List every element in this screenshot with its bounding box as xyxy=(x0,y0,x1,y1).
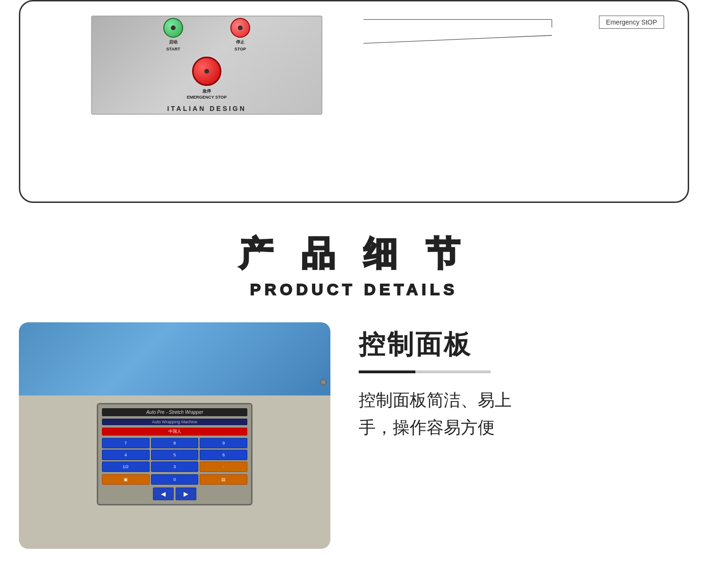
left-arrow-key[interactable]: ◀ xyxy=(153,487,174,500)
button-dot xyxy=(238,25,243,30)
key-extra-3[interactable]: ▤ xyxy=(200,474,247,485)
key-3[interactable]: 3 xyxy=(151,462,199,472)
keypad-grid-2: ▣ 0 ▤ xyxy=(102,474,247,485)
right-text-area: 控制面板 控制面板简洁、易上 手，操作容易方便 xyxy=(359,322,689,441)
annotation-box-emergency: Emergency StOP xyxy=(599,16,664,29)
product-details-section: 产 品 细 节 PRODUCT DETAILS Auto Pre - Stret… xyxy=(0,203,708,568)
key-1-2[interactable]: 1/2 xyxy=(102,462,150,472)
key-9[interactable]: 9 xyxy=(200,438,247,448)
keypad-grid: 7 8 9 4 5 6 1/2 3 · xyxy=(102,438,247,472)
key-8[interactable]: 8 xyxy=(151,438,199,448)
machine-image: Auto Pre - Stretch Wrapper Auto Wrapping… xyxy=(19,322,330,549)
key-extra-2[interactable]: 0 xyxy=(151,474,199,485)
control-panel-image: 启动 START 停止 STOP xyxy=(91,16,322,115)
key-extra-1[interactable]: ▣ xyxy=(102,474,150,485)
annotation-lines-svg xyxy=(322,16,678,115)
chinese-title: 产 品 细 节 xyxy=(19,231,689,277)
bottom-content-row: Auto Pre - Stretch Wrapper Auto Wrapping… xyxy=(19,322,689,549)
section-heading: 产 品 细 节 PRODUCT DETAILS xyxy=(19,231,689,299)
bottom-row-keys: ◀ ▶ xyxy=(102,487,247,500)
divider-light xyxy=(415,370,491,373)
right-arrow-key[interactable]: ▶ xyxy=(176,487,196,500)
control-box: Auto Pre - Stretch Wrapper Auto Wrapping… xyxy=(97,403,253,505)
machine-top-blue xyxy=(19,322,330,395)
emergency-stop-group: 急停 EMERGENCY STOP xyxy=(187,57,227,100)
emergency-stop-button[interactable] xyxy=(192,57,221,86)
title-divider-container xyxy=(359,370,689,373)
stop-en-label: STOP xyxy=(235,47,246,52)
button-dot xyxy=(204,69,209,74)
start-en-label: START xyxy=(166,47,180,52)
svg-line-2 xyxy=(363,35,552,43)
annotations-area: Emergency StOP xyxy=(322,16,678,115)
rounded-box: 启动 START 停止 STOP xyxy=(19,0,689,203)
panel-background: 启动 START 停止 STOP xyxy=(92,17,321,114)
key-7[interactable]: 7 xyxy=(102,438,150,448)
top-section: 启动 START 停止 STOP xyxy=(0,0,708,203)
machine-body: Auto Pre - Stretch Wrapper Auto Wrapping… xyxy=(19,395,330,549)
key-6[interactable]: 6 xyxy=(200,450,247,460)
ctrl-title-bar: Auto Pre - Stretch Wrapper xyxy=(102,408,247,416)
divider-dark xyxy=(359,370,415,373)
key-func[interactable]: · xyxy=(200,462,247,472)
screw-icon xyxy=(320,379,327,386)
buttons-row: 启动 START 停止 STOP xyxy=(163,18,250,52)
feature-title-cn: 控制面板 xyxy=(359,327,689,363)
start-button-group: 启动 START xyxy=(163,18,183,52)
emergency-cn-label: 急停 xyxy=(202,89,211,94)
start-button[interactable] xyxy=(163,18,183,38)
start-cn-label: 启动 xyxy=(169,40,177,45)
brand-text: ITALIAN DESIGN xyxy=(167,105,246,112)
feature-desc-line1: 控制面板简洁、易上 xyxy=(359,386,689,414)
stop-cn-label: 停止 xyxy=(236,40,244,45)
stop-button-group: 停止 STOP xyxy=(230,18,250,52)
ctrl-sub-bar: Auto Wrapping Machine xyxy=(102,419,247,425)
english-subtitle: PRODUCT DETAILS xyxy=(19,280,689,299)
stop-button[interactable] xyxy=(230,18,250,38)
button-dot xyxy=(171,25,176,30)
feature-desc-line2: 手，操作容易方便 xyxy=(359,414,689,441)
key-4[interactable]: 4 xyxy=(102,450,150,460)
key-5[interactable]: 5 xyxy=(151,450,199,460)
brand-label: 中国人 xyxy=(102,428,247,436)
annotation-text-emergency: Emergency StOP xyxy=(606,18,657,26)
emergency-en-label: EMERGENCY STOP xyxy=(187,95,227,100)
